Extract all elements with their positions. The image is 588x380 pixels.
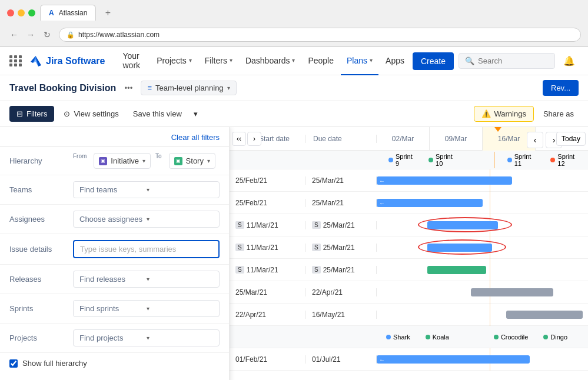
show-hierarchy-checkbox[interactable] bbox=[9, 359, 18, 368]
browser-titlebar: A Atlassian + bbox=[0, 0, 588, 25]
issue-details-input[interactable] bbox=[73, 240, 220, 258]
row-due-5: 22/Apr/21 bbox=[306, 288, 377, 296]
share-as-button[interactable]: Share as bbox=[539, 106, 579, 122]
sprints-dropdown[interactable]: Find sprints ▾ bbox=[73, 300, 220, 317]
plan-label: Team-level planning bbox=[155, 84, 224, 92]
forward-button[interactable]: → bbox=[24, 28, 38, 42]
notifications-button[interactable]: 🔔 bbox=[560, 52, 579, 71]
today-line-4 bbox=[490, 259, 490, 281]
sprint-timeline: Sprint 9 Sprint 10 Sprint 11 Sprint 12 bbox=[377, 152, 588, 168]
teams-dropdown[interactable]: Find teams ▾ bbox=[73, 181, 220, 198]
save-view-dropdown[interactable]: ▾ bbox=[191, 106, 200, 122]
table-row: 25/Feb/21 25/Mar/21 ← bbox=[230, 169, 588, 192]
row-start-5: 25/Mar/21 bbox=[230, 288, 306, 296]
sprint-10-badge: Sprint 10 bbox=[424, 152, 464, 168]
review-button[interactable]: Rev... bbox=[543, 80, 579, 96]
teams-placeholder: Find teams bbox=[79, 185, 147, 194]
assignees-dropdown[interactable]: Choose assignees ▾ bbox=[73, 211, 220, 228]
nav-people[interactable]: People bbox=[302, 47, 340, 75]
search-input[interactable] bbox=[478, 56, 549, 65]
url-bar[interactable]: 🔒 https://www.atlassian.com bbox=[59, 28, 581, 42]
sprint-12-badge: Sprint 12 bbox=[546, 152, 586, 168]
row-start-0: 25/Feb/21 bbox=[230, 176, 306, 185]
row-due-2: S 25/Mar/21 bbox=[306, 221, 377, 229]
nav-dashboards[interactable]: Dashboards ▾ bbox=[240, 47, 301, 75]
gantt-left-arrow[interactable]: ‹‹ bbox=[232, 132, 246, 146]
gantt-header-row: ‹‹ › Start date Due date 02/Mar 09/Mar 1… bbox=[230, 127, 588, 151]
bar-1: ← bbox=[377, 199, 483, 207]
today-line-1 bbox=[490, 192, 490, 214]
assignees-filter-row: Assignees Choose assignees ▾ bbox=[0, 205, 229, 234]
maximize-dot[interactable] bbox=[28, 9, 35, 16]
app-logo-text: Jira Software bbox=[46, 56, 105, 66]
warnings-label: Warnings bbox=[494, 109, 526, 118]
s-badge-due-4: S bbox=[312, 266, 321, 274]
close-dot[interactable] bbox=[7, 9, 14, 16]
filters-chevron: ▾ bbox=[230, 57, 232, 64]
main-nav: Your work Projects ▾ Filters ▾ Dashboard… bbox=[117, 47, 410, 75]
table-row: 22/Apr/21 16/May/21 bbox=[230, 304, 588, 326]
nav-apps[interactable]: Apps bbox=[380, 47, 410, 75]
week-09mar: 09/Mar bbox=[430, 127, 483, 151]
sprint-9-dot bbox=[388, 158, 393, 162]
more-options-button[interactable]: ••• bbox=[121, 82, 136, 94]
hierarchy-from-select[interactable]: ▣ Initiative ▾ bbox=[94, 153, 151, 169]
table-row: S 11/Mar/21 S 25/Mar/21 bbox=[230, 236, 588, 259]
nav-projects[interactable]: Projects ▾ bbox=[151, 47, 198, 75]
sprints-chevron: ▾ bbox=[147, 305, 214, 312]
koala-badge: Koala bbox=[421, 332, 454, 342]
warnings-button[interactable]: ⚠️ Warnings bbox=[474, 106, 534, 122]
releases-label: Releases bbox=[9, 275, 68, 284]
bottom-timeline: ← bbox=[377, 348, 588, 371]
back-button[interactable]: ← bbox=[7, 28, 21, 42]
koala-dot bbox=[426, 335, 430, 339]
nav-your-work[interactable]: Your work bbox=[117, 47, 150, 75]
sprint-row: Sprint 9 Sprint 10 Sprint 11 Sprint 12 bbox=[230, 151, 588, 169]
browser-addressbar: ← → ↻ 🔒 https://www.atlassian.com bbox=[0, 25, 588, 46]
search-box[interactable]: 🔍 bbox=[459, 53, 555, 69]
s-badge-due-2: S bbox=[312, 221, 321, 229]
today-button[interactable]: Today bbox=[556, 132, 586, 146]
browser-dots bbox=[7, 9, 35, 16]
crocodile-badge: Crocodile bbox=[489, 332, 533, 342]
tab-favicon: A bbox=[49, 9, 54, 17]
new-tab-button[interactable]: + bbox=[101, 6, 115, 20]
releases-dropdown[interactable]: Find releases ▾ bbox=[73, 271, 220, 288]
apps-grid-icon[interactable] bbox=[9, 55, 22, 66]
row-start-3: S 11/Mar/21 bbox=[230, 244, 306, 252]
filter-panel: Clear all filters Hierarchy From ▣ Initi… bbox=[0, 127, 230, 380]
row-start-4: S 11/Mar/21 bbox=[230, 266, 306, 274]
to-label: To bbox=[155, 153, 162, 159]
create-button[interactable]: Create bbox=[413, 52, 454, 70]
clear-filters-button[interactable]: Clear all filters bbox=[171, 133, 220, 142]
projects-dropdown[interactable]: Find projects ▾ bbox=[73, 329, 220, 346]
plans-chevron: ▾ bbox=[370, 57, 373, 64]
nav-plans[interactable]: Plans ▾ bbox=[341, 47, 378, 75]
browser-tab[interactable]: A Atlassian bbox=[40, 5, 96, 21]
sprint-11-dot bbox=[507, 158, 512, 162]
gantt-right-arrow[interactable]: › bbox=[247, 132, 261, 146]
row-timeline-3 bbox=[377, 236, 588, 259]
nav-filters[interactable]: Filters ▾ bbox=[199, 47, 238, 75]
hierarchy-to-select[interactable]: ▣ Story ▾ bbox=[169, 153, 215, 169]
bar-arrow-0: ← bbox=[379, 177, 385, 184]
filters-button[interactable]: ⊟ Filters bbox=[9, 106, 54, 122]
story-chevron: ▾ bbox=[207, 158, 210, 164]
main-content: Clear all filters Hierarchy From ▣ Initi… bbox=[0, 127, 588, 380]
logo-area[interactable]: Jira Software bbox=[29, 55, 105, 68]
view-settings-button[interactable]: ⊙ View settings bbox=[59, 106, 123, 122]
filter-icon: ⊟ bbox=[16, 109, 23, 118]
refresh-button[interactable]: ↻ bbox=[40, 28, 54, 42]
dingo-dot bbox=[543, 335, 548, 339]
assignees-chevron: ▾ bbox=[147, 216, 214, 222]
lock-icon: 🔒 bbox=[67, 31, 75, 39]
bar-3 bbox=[427, 244, 492, 252]
timeline-prev-button[interactable]: ‹ bbox=[527, 132, 543, 148]
dashboards-chevron: ▾ bbox=[292, 57, 295, 64]
plan-badge[interactable]: ≡ Team-level planning ▾ bbox=[141, 81, 236, 95]
tab-title: Atlassian bbox=[59, 9, 88, 17]
table-row: 25/Feb/21 25/Mar/21 ← bbox=[230, 192, 588, 214]
save-view-button[interactable]: Save this view bbox=[128, 106, 187, 122]
minimize-dot[interactable] bbox=[18, 9, 25, 16]
sprints-label: Sprints bbox=[9, 304, 68, 313]
